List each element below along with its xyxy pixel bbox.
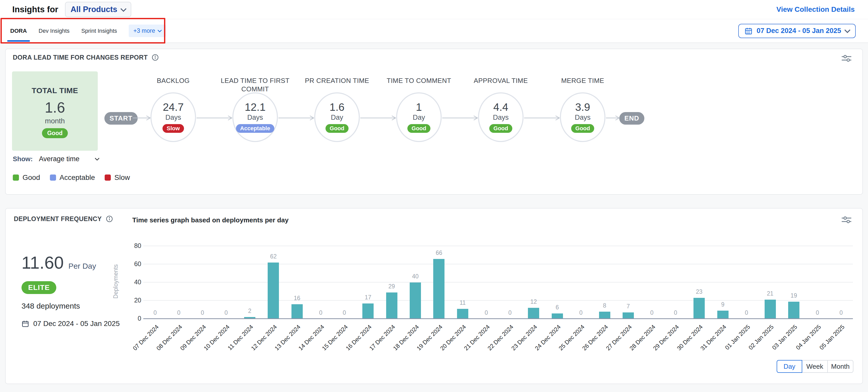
chevron-down-icon xyxy=(844,27,850,33)
chart-column: 2102 Jan 2025 xyxy=(758,244,782,319)
tab-label: Sprint Insights xyxy=(82,28,117,34)
stage-circle: 24.7 Days Slow xyxy=(151,92,196,142)
rate-unit: Per Day xyxy=(68,262,96,270)
chart-bar[interactable] xyxy=(599,312,610,319)
chart-bar[interactable] xyxy=(552,313,563,319)
chart-bar[interactable] xyxy=(386,293,397,319)
chart-column: 025 Dec 2024 xyxy=(569,244,593,319)
chart-column: 6619 Dec 2024 xyxy=(427,244,451,319)
calendar-icon xyxy=(22,320,29,328)
card-date-range: 07 Dec 2024 - 05 Jan 2025 xyxy=(22,320,120,328)
granularity-day-button[interactable]: Day xyxy=(777,360,802,373)
chart-bar[interactable] xyxy=(528,308,539,319)
chart-bar[interactable] xyxy=(623,312,634,319)
product-selector[interactable]: All Products xyxy=(65,2,131,17)
chart-bar[interactable] xyxy=(362,303,374,319)
bar-value-label: 0 xyxy=(474,309,498,316)
chart-column: 2330 Dec 2024 xyxy=(687,244,711,319)
sliders-icon[interactable] xyxy=(841,216,851,224)
bar-value-label: 0 xyxy=(664,309,687,316)
performance-badge: ELITE xyxy=(22,281,56,294)
chart-column: 015 Dec 2024 xyxy=(333,244,356,319)
chart-column: 624 Dec 2024 xyxy=(545,244,569,319)
arrow-right-icon xyxy=(524,115,560,121)
info-icon[interactable] xyxy=(106,215,113,222)
deployment-frequency-title: DEPLOYMENT FREQUENCY xyxy=(14,215,102,222)
date-range-picker[interactable]: 07 Dec 2024 - 05 Jan 2025 xyxy=(738,24,856,38)
y-tick-label: 60 xyxy=(120,260,141,268)
tab-label: DORA xyxy=(10,28,27,34)
chart-column: 4018 Dec 2024 xyxy=(404,244,427,319)
chart-bar[interactable] xyxy=(788,302,799,319)
chart-bar[interactable] xyxy=(410,282,421,319)
stage-value: 1 xyxy=(416,101,422,113)
tab-strip: DORA Dev Insights Sprint Insights +3 mor… xyxy=(0,19,868,43)
stage-title: LEAD TIME TO FIRST COMMIT xyxy=(214,77,296,92)
stage-unit: Days xyxy=(493,114,509,122)
bar-value-label: 66 xyxy=(427,249,451,257)
chart-column: 826 Dec 2024 xyxy=(593,244,616,319)
chart-bar[interactable] xyxy=(433,259,444,319)
bar-value-label: 11 xyxy=(451,299,474,306)
stage-title: BACKLOG xyxy=(157,77,190,92)
bar-value-label: 0 xyxy=(214,309,238,316)
chart-bar[interactable] xyxy=(291,304,303,319)
pipeline-stage-approval-time: APPROVAL TIME 4.4 Days Good xyxy=(460,77,542,142)
show-dropdown[interactable]: Show: Average time xyxy=(13,155,99,163)
stage-unit: Day xyxy=(331,114,343,122)
chart-bar[interactable] xyxy=(717,311,728,319)
legend-swatch xyxy=(50,175,56,181)
deployments-bar-chart: 007 Dec 2024008 Dec 2024009 Dec 2024010 … xyxy=(143,244,853,319)
stage-circle: 4.4 Days Good xyxy=(478,92,524,142)
chart-column: 6212 Dec 2024 xyxy=(261,244,285,319)
chevron-down-icon xyxy=(95,156,99,160)
bar-value-label: 19 xyxy=(782,292,806,299)
stage-value: 24.7 xyxy=(163,101,184,113)
end-pill: END xyxy=(619,112,644,125)
chart-bar[interactable] xyxy=(268,263,279,319)
x-tick-label: 04 Jan 2025 xyxy=(795,324,823,351)
legend-item-good: Good xyxy=(13,174,40,182)
total-time-value: 1.6 xyxy=(45,99,65,116)
bar-value-label: 0 xyxy=(143,309,167,316)
stage-unit: Day xyxy=(413,114,425,122)
chart-bar[interactable] xyxy=(457,309,468,319)
granularity-month-button[interactable]: Month xyxy=(828,360,854,373)
bar-value-label: 0 xyxy=(735,309,758,316)
date-range-value: 07 Dec 2024 - 05 Jan 2025 xyxy=(757,27,841,35)
legend-label: Good xyxy=(23,174,40,182)
tabs: DORA Dev Insights Sprint Insights +3 mor… xyxy=(10,19,166,42)
bar-value-label: 8 xyxy=(593,302,616,309)
bar-value-label: 6 xyxy=(545,304,569,311)
arrow-right-icon xyxy=(606,115,620,121)
total-time-label: TOTAL TIME xyxy=(32,86,78,95)
insights-dashboard: Insights for All Products View Collectio… xyxy=(0,0,868,392)
more-tabs-button[interactable]: +3 more xyxy=(129,25,166,37)
y-tick-label: 20 xyxy=(120,297,141,304)
chart-column: 1120 Dec 2024 xyxy=(451,244,474,319)
lead-time-card-title: DORA LEAD TIME FOR CHANGES REPORT xyxy=(13,54,148,61)
chart-bar[interactable] xyxy=(693,298,705,319)
info-icon[interactable] xyxy=(152,54,159,61)
tab-dora[interactable]: DORA xyxy=(10,19,27,42)
tab-dev-insights[interactable]: Dev Insights xyxy=(39,19,70,42)
chart-column: 009 Dec 2024 xyxy=(191,244,214,319)
stage-circle: 12.1 Days Acceptable xyxy=(232,92,278,142)
sliders-icon[interactable] xyxy=(841,54,851,62)
granularity-week-button[interactable]: Week xyxy=(802,360,828,373)
arrow-right-icon xyxy=(133,115,151,121)
chart-column: 1903 Jan 2025 xyxy=(782,244,806,319)
chart-column: 004 Jan 2025 xyxy=(806,244,829,319)
tab-sprint-insights[interactable]: Sprint Insights xyxy=(82,19,117,42)
stage-title: MERGE TIME xyxy=(561,77,604,92)
pipeline-stage-time-to-comment: TIME TO COMMENT 1 Day Good xyxy=(378,77,460,142)
stage-circle: 1.6 Day Good xyxy=(314,92,360,142)
show-value: Average time xyxy=(39,155,80,163)
total-time-panel: TOTAL TIME 1.6 month Good xyxy=(12,71,98,151)
status-badge: Good xyxy=(489,124,512,133)
chart-column: 014 Dec 2024 xyxy=(309,244,333,319)
chart-bar[interactable] xyxy=(765,300,776,319)
view-collection-details-link[interactable]: View Collection Details xyxy=(776,5,855,13)
status-badge: Good xyxy=(326,124,348,133)
bar-value-label: 0 xyxy=(333,309,356,316)
